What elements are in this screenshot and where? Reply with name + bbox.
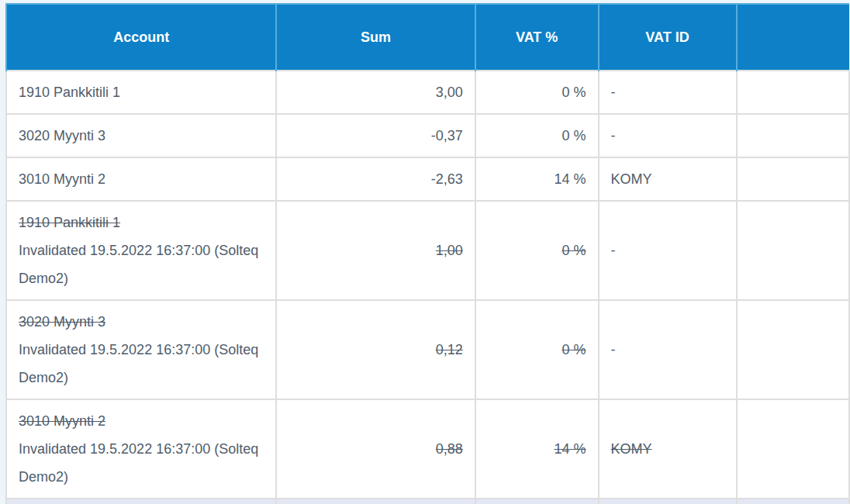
vat-percent-cell: 14 %	[475, 157, 599, 201]
account-cell: 3020 Myynti 3	[6, 114, 276, 157]
footer-vat-percent-cell	[475, 499, 599, 504]
vat-id-cell: -	[599, 300, 737, 399]
sum-cell: 0,88	[276, 399, 475, 499]
column-header-extra	[737, 4, 849, 71]
extra-cell	[737, 114, 849, 157]
account-name: 3020 Myynti 3	[19, 122, 264, 150]
extra-cell	[737, 201, 849, 300]
vat-percent-cell: 0 %	[475, 300, 599, 399]
extra-cell	[737, 399, 849, 499]
account-name: 3020 Myynti 3	[19, 308, 264, 336]
invalidated-note: Invalidated 19.5.2022 16:37:00 (Solteq D…	[19, 435, 264, 491]
header-row: Account Sum VAT % VAT ID	[6, 4, 849, 71]
account-name: 3010 Myynti 2	[19, 165, 264, 193]
sum-value: 3,00	[436, 85, 463, 100]
vat-percent-cell: 0 %	[475, 201, 599, 300]
vat-id-value: -	[611, 342, 616, 357]
accounts-table: Account Sum VAT % VAT ID 1910 Pankkitili…	[5, 3, 850, 504]
table-row[interactable]: 3010 Myynti 2-2,6314 %KOMY	[6, 157, 849, 201]
table-row[interactable]: 1910 Pankkitili 1Invalidated 19.5.2022 1…	[6, 201, 849, 300]
sum-value: 0,12	[436, 342, 463, 357]
account-cell: 3010 Myynti 2Invalidated 19.5.2022 16:37…	[6, 399, 276, 499]
account-cell: 3010 Myynti 2	[6, 157, 276, 201]
sum-cell: 1,00	[276, 201, 475, 300]
vat-id-value: KOMY	[611, 441, 652, 457]
extra-cell	[737, 71, 849, 114]
vat-id-value: KOMY	[611, 171, 652, 187]
footer-row	[6, 499, 849, 504]
footer-vat-id-cell	[599, 499, 737, 504]
vat-id-cell: KOMY	[599, 399, 737, 499]
extra-cell	[737, 300, 849, 399]
page: { "page": { "background": "#edf5fa" }, "…	[0, 0, 850, 504]
vat-id-value: -	[611, 243, 616, 258]
vat-percent-value: 0 %	[562, 342, 586, 357]
vat-id-cell: -	[599, 71, 737, 114]
extra-cell	[737, 157, 849, 201]
column-header-account: Account	[6, 4, 276, 71]
vat-id-cell: -	[599, 201, 737, 300]
sum-value: -2,63	[431, 171, 463, 187]
account-cell: 3020 Myynti 3Invalidated 19.5.2022 16:37…	[6, 300, 276, 399]
table-row[interactable]: 3020 Myynti 3-0,370 %-	[6, 114, 849, 157]
account-name: 1910 Pankkitili 1	[19, 78, 264, 106]
vat-percent-value: 0 %	[562, 85, 586, 100]
vat-percent-value: 14 %	[555, 171, 586, 187]
vat-id-value: -	[611, 128, 616, 143]
vat-id-value: -	[611, 85, 616, 100]
vat-percent-cell: 0 %	[475, 114, 599, 157]
vat-percent-value: 0 %	[562, 243, 586, 258]
table-header: Account Sum VAT % VAT ID	[6, 4, 849, 71]
table-row[interactable]: 1910 Pankkitili 13,000 %-	[6, 71, 849, 114]
sum-cell: -2,63	[276, 157, 475, 201]
column-header-vat-percent: VAT %	[475, 4, 599, 71]
vat-id-cell: KOMY	[599, 157, 737, 201]
sum-cell: 0,12	[276, 300, 475, 399]
table-row[interactable]: 3010 Myynti 2Invalidated 19.5.2022 16:37…	[6, 399, 849, 499]
account-cell: 1910 Pankkitili 1	[6, 71, 276, 114]
vat-percent-cell: 14 %	[475, 399, 599, 499]
vat-percent-cell: 0 %	[475, 71, 599, 114]
footer-extra-cell	[737, 499, 849, 504]
vat-id-cell: -	[599, 114, 737, 157]
sum-value: -0,37	[431, 128, 463, 143]
sum-cell: -0,37	[276, 114, 475, 157]
sum-cell: 3,00	[276, 71, 475, 114]
footer-account-cell	[6, 499, 276, 504]
sum-value: 0,88	[436, 441, 463, 457]
footer-sum-cell	[276, 499, 475, 504]
table-body: 1910 Pankkitili 13,000 %-3020 Myynti 3-0…	[6, 71, 849, 504]
column-header-vat-id: VAT ID	[599, 4, 737, 71]
table-row[interactable]: 3020 Myynti 3Invalidated 19.5.2022 16:37…	[6, 300, 849, 399]
invalidated-note: Invalidated 19.5.2022 16:37:00 (Solteq D…	[19, 236, 264, 292]
account-name: 3010 Myynti 2	[19, 407, 264, 435]
vat-percent-value: 14 %	[555, 441, 586, 457]
vat-percent-value: 0 %	[562, 128, 586, 143]
account-name: 1910 Pankkitili 1	[19, 209, 264, 236]
invalidated-note: Invalidated 19.5.2022 16:37:00 (Solteq D…	[19, 336, 264, 392]
sum-value: 1,00	[436, 243, 463, 258]
account-cell: 1910 Pankkitili 1Invalidated 19.5.2022 1…	[6, 201, 276, 300]
column-header-sum: Sum	[276, 4, 475, 71]
